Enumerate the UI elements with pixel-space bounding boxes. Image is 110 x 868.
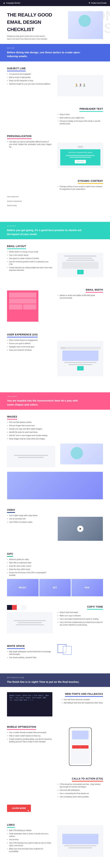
list-item: Keep it short and sweet. <box>58 611 103 614</box>
list-item: Add ample whitespace around elements to … <box>7 650 52 655</box>
personalization-title: PERSONALIZATION <box>7 134 31 139</box>
width-mock <box>7 290 38 322</box>
links-bullets: Add CTA tracking as needed. Verify desti… <box>7 829 52 853</box>
list-item: Use HTML5 to embed a video. <box>7 521 52 523</box>
list-item: Start with an optimized video. <box>7 561 52 564</box>
list-item: Navigate users to the email goal. <box>7 345 52 348</box>
gif-frames: READY. SET. RUN. <box>7 579 103 596</box>
mock-button: — <box>77 270 84 274</box>
list-item: Is it personal and engaging? <box>7 73 52 75</box>
section-lead: Before you get going, it's a good best p… <box>7 228 84 236</box>
cta-title: CALLS TO ACTION (CTA) <box>72 777 103 781</box>
mock-button: — <box>77 366 84 371</box>
list-item: Scan your email for UX flaws. <box>7 349 52 351</box>
ux-title: USER EXPERIENCE (UX) <box>7 333 38 338</box>
list-item: Surround with whitespace. <box>58 789 103 792</box>
email-width-title: EMAIL WIDTH <box>86 288 103 293</box>
hero-description: Designing really good emails that conver… <box>7 35 49 40</box>
page-title: THE REALLY GOOD EMAIL DESIGN CHECKLIST <box>7 11 63 33</box>
images-title: IMAGES <box>7 415 17 420</box>
preheader-title: PREHEADER TEXT <box>80 107 103 112</box>
preheader-bullets: Keep it short. Add context to your subje… <box>58 113 103 126</box>
list-item: Use simple padding, standard 20px. <box>7 656 52 659</box>
gif-frame: SET. <box>39 579 71 596</box>
list-item: Use data you have to personalize differe… <box>7 141 52 148</box>
whitespace-bullets: Add ample whitespace around elements to … <box>7 650 52 659</box>
list-item: Keep images crisp by using retina (2x) i… <box>7 437 52 440</box>
video-bullets: Use a static image with a play button. U… <box>7 514 52 523</box>
list-item: Use a one-column layout. <box>7 254 52 256</box>
email-layout-bullets: Briefly sketch a mockup of your email. U… <box>7 250 52 272</box>
dynamic-icon-label: Small Animals <box>7 204 22 208</box>
list-item: Add an emoji, if appropriate. <box>7 76 52 79</box>
list-item: Use an animated GIF. <box>7 518 52 520</box>
whitespace-title: WHITE SPACE <box>7 644 25 649</box>
list-item: Hide or stack content based on fixed css… <box>7 735 52 737</box>
list-item: Create emails by avoiding tables, use di… <box>7 738 52 743</box>
cta-button-label: LEARN MORE <box>12 807 26 809</box>
section-layout: LAYOUT Before you get going, it's a good… <box>0 222 110 239</box>
list-item: Keep the story within reach. <box>7 568 52 570</box>
section-lead: The finish line is in sight! Time to put… <box>7 680 84 684</box>
top-header: ◐ Campaign Monitor ❤ Really Good Emails <box>0 0 110 6</box>
video-mock <box>58 517 103 541</box>
copy-title: COPY/ TONE <box>87 605 103 610</box>
image-mock-wide <box>7 472 103 499</box>
list-item: Add fallback fonts that will complement … <box>62 702 103 704</box>
list-item: Verify destination links to where it sho… <box>7 832 52 838</box>
learn-more-button[interactable]: LEARN MORE ↖ <box>7 805 31 812</box>
code-mock: @media screen { @font-face { font-family… <box>7 692 52 716</box>
list-item: Make sure most text links have underline… <box>7 847 52 853</box>
list-item: Choose images that connect text. <box>7 424 52 427</box>
list-item: Use UTM tracking if you want to keep an … <box>7 842 52 847</box>
list-item: Adhere to email max-widths of 600-640 pi… <box>58 294 103 299</box>
ux-mock: — <box>58 341 103 376</box>
links-mock <box>58 826 103 857</box>
brand-right: ❤ Really Good Emails <box>89 2 107 4</box>
list-item: Ensure the first frame of the GIF is mea… <box>7 571 52 577</box>
list-item: Use a font that complements your brand a… <box>58 621 103 626</box>
list-item: Include your logo and other staple image… <box>7 428 52 430</box>
section-tag: IMAGERY <box>7 396 103 398</box>
hero-runner-image <box>68 11 103 39</box>
emoji-mock: 🏃🏃‍♀️🏃‍♂️ <box>58 75 103 96</box>
list-item: Use a contrasting font that stands out. <box>58 792 103 795</box>
cta-bullets: CTAs should be commanded and fear - keep… <box>58 783 103 799</box>
gif-frame: READY. <box>7 579 39 596</box>
subject-line-title: SUBJECT LINE <box>7 67 26 71</box>
mobile-bullets: Use a mobile-friendly template (Recommen… <box>7 731 52 743</box>
section-lead: You are headed into the homestretch! Now… <box>7 399 84 407</box>
list-item: Use space to create chunks of content. <box>7 257 52 260</box>
emoji-row: 🏃🏃‍♀️🏃‍♂️ <box>74 83 86 88</box>
section-tag: OPTIMIZATION <box>7 677 103 679</box>
cursor-icon: ↖ <box>27 809 29 813</box>
list-item: Minimize sprites for video. <box>7 558 52 561</box>
mock-cta-button: SHOP NOW <box>75 160 86 163</box>
webfonts-bullets: Use web fonts whenever possible. Add fal… <box>62 698 103 705</box>
personalization-bullets: Use data you have to personalize differe… <box>7 141 52 148</box>
section-tag: LAYOUT <box>7 225 103 227</box>
list-item: Use a mobile-friendly template (Recommen… <box>7 731 52 734</box>
subject-line-bullets: Is it personal and engaging? Add an emoj… <box>7 73 52 85</box>
list-item: Identify file sizes for quick load times… <box>7 431 52 433</box>
brand-left-label: Campaign Monitor <box>6 2 20 4</box>
list-item: Create hierarchy by making weight and si… <box>7 266 52 272</box>
list-item: Pick one that depicts content. <box>7 421 52 424</box>
copy-mock <box>7 612 52 633</box>
gif-frame: RUN. <box>71 579 103 596</box>
hero: CON DESI THE REALLY GOOD EMAIL DESIGN CH… <box>0 6 110 44</box>
list-item: Choose to display in the body of the ema… <box>58 120 103 125</box>
phone-mock: — <box>69 727 92 766</box>
layout-mock: — <box>58 253 103 277</box>
mock-toolbar <box>78 146 83 148</box>
list-item: Use the inverted pyramid model to emphas… <box>7 260 52 266</box>
list-item: Add CTA tracking as needed. <box>7 829 52 832</box>
dynamic-bullets: Change portions of your email to make it… <box>58 185 103 191</box>
section-tag: SETUP <box>7 47 103 50</box>
dynamic-icon-label: Womens Department <box>7 199 22 204</box>
brand-right-label: Really Good Emails <box>91 2 107 4</box>
list-item: CTAs should be commanded and fear - keep… <box>58 783 103 788</box>
personalization-mock: Hello there, {customer.first_name}! SHOP… <box>58 143 103 168</box>
list-item: Keep file sizes under control. <box>7 565 52 567</box>
links-title: LINKS <box>7 823 15 828</box>
